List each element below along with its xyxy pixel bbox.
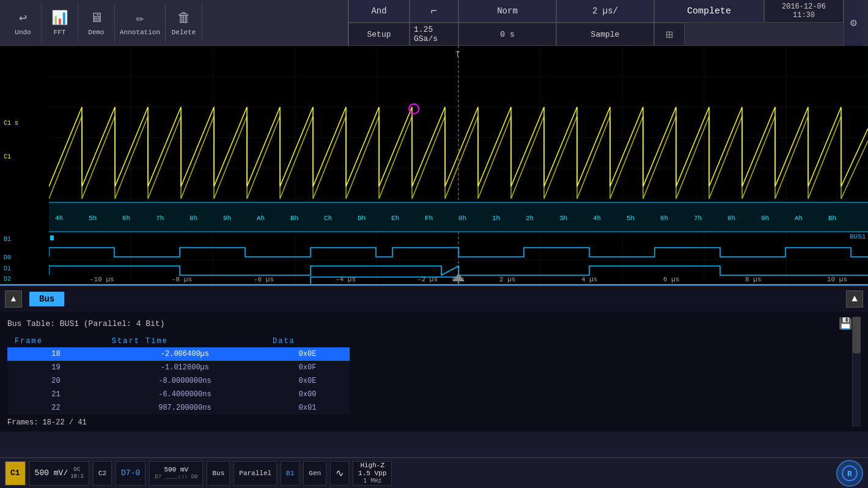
b1-label: B1	[1, 235, 13, 243]
undo-button[interactable]: ↩ Undo	[5, 3, 42, 43]
cell-frame: 21	[7, 388, 105, 401]
bus-panel: ▲ Bus ▲	[0, 284, 868, 312]
svg-text:Dh: Dh	[358, 215, 366, 222]
svg-text:8h: 8h	[727, 215, 735, 222]
d0-wave	[49, 248, 868, 257]
svg-text:2 µs: 2 µs	[499, 276, 515, 283]
cell-start-time: -6.4000000ns	[105, 388, 265, 401]
bus-label[interactable]: Bus	[29, 292, 64, 306]
gen-wave-segment[interactable]: ∿	[330, 461, 349, 486]
gen-wave-icon: ∿	[336, 467, 344, 479]
bus-nav-up[interactable]: ▲	[5, 290, 22, 308]
table-row[interactable]: 21 -6.4000000ns 0x00	[7, 388, 350, 401]
table-row[interactable]: 22 987.200000ns 0x01	[7, 401, 350, 415]
svg-text:-6 µs: -6 µs	[254, 276, 274, 283]
gen-mode-segment[interactable]: High-Z 1.5 Vpp 1 MHz	[353, 461, 392, 486]
fft-button[interactable]: 📊 FFT	[42, 3, 78, 43]
c2-segment[interactable]: C2	[93, 461, 112, 486]
cell-frame: 19	[7, 361, 105, 374]
undo-label: Undo	[15, 29, 31, 36]
cell-data: 0x0F	[265, 361, 350, 374]
svg-text:8h: 8h	[189, 215, 197, 222]
d7-sub: D7 ____↕↕↕ D0	[155, 474, 197, 480]
table-row[interactable]: 20 -8.0000000ns 0x0E	[7, 374, 350, 388]
demo-button[interactable]: 🖥 Demo	[78, 3, 115, 43]
cell-frame: 20	[7, 374, 105, 388]
d1-label: D1	[1, 265, 13, 273]
gen-label: Gen	[309, 470, 321, 477]
demo-icon: 🖥	[90, 10, 103, 26]
cell-data: 0x0E	[265, 374, 350, 388]
annotation-button[interactable]: ✏ Annotation	[115, 3, 166, 43]
bus-table-area: Bus Table: BUS1 (Parallel: 4 Bit) 💾 Fram…	[7, 317, 852, 427]
bus-table-title: Bus Table: BUS1 (Parallel: 4 Bit) 💾	[7, 317, 852, 330]
d2-label: D2	[1, 275, 13, 283]
svg-text:9h: 9h	[761, 215, 769, 222]
trigger-setup[interactable]: Setup	[348, 23, 410, 46]
svg-text:7h: 7h	[694, 215, 702, 222]
logo-svg: R	[841, 465, 858, 482]
parallel-segment[interactable]: Parallel	[234, 461, 277, 486]
trigger-mode[interactable]: Norm	[458, 0, 556, 23]
table-row[interactable]: 18 -2.006400µs 0x0E	[7, 347, 350, 361]
cell-frame: 22	[7, 401, 105, 415]
svg-text:-2 µs: -2 µs	[417, 276, 438, 283]
svg-text:4h: 4h	[55, 215, 63, 222]
undo-icon: ↩	[19, 10, 27, 26]
date-value: 2016-12-06	[782, 2, 826, 11]
fft-label: FFT	[54, 29, 66, 36]
svg-text:1h: 1h	[492, 215, 500, 222]
svg-text:-10 µs: -10 µs	[90, 276, 114, 283]
delete-label: Delete	[172, 29, 196, 36]
gen-segment[interactable]: Gen	[303, 461, 326, 486]
c1-segment[interactable]: C1	[5, 461, 26, 486]
time-value: 11:30	[793, 11, 815, 20]
svg-text:6 µs: 6 µs	[663, 276, 679, 283]
sample-label: Sample	[556, 23, 654, 46]
delete-button[interactable]: 🗑 Delete	[166, 3, 202, 43]
bus-status-label: Bus	[212, 470, 224, 477]
c1-value: 500 mV/	[35, 468, 68, 478]
c1-label: C1	[1, 153, 13, 161]
network-icon[interactable]: ⊞	[654, 23, 685, 46]
cell-start-time: -1.012800µs	[105, 361, 265, 374]
time-div[interactable]: 2 µs/	[556, 0, 654, 23]
sample-rate: 1.25 GSa/s	[410, 23, 458, 46]
time-axis-labels: -10 µs -8 µs -6 µs -4 µs -2 µs 0 s 2 µs …	[90, 276, 847, 283]
c1s-label: C1 s	[1, 119, 21, 127]
table-row[interactable]: 19 -1.012800µs 0x0F	[7, 361, 350, 374]
svg-text:2h: 2h	[526, 215, 534, 222]
svg-text:Bh: Bh	[828, 215, 836, 222]
svg-text:8 µs: 8 µs	[745, 276, 761, 283]
svg-text:Eh: Eh	[391, 215, 399, 222]
d7-value-segment: 500 mV D7 ____↕↕↕ D0	[149, 461, 203, 486]
parallel-type: Parallel	[239, 470, 271, 477]
settings-icon[interactable]: ⚙	[844, 0, 863, 46]
table-header: Frame Start Time Data	[7, 335, 350, 347]
scrollbar-thumb[interactable]	[853, 317, 861, 353]
cell-start-time: 987.200000ns	[105, 401, 265, 415]
bus-status-segment[interactable]: Bus	[207, 461, 230, 486]
b1-marker	[50, 235, 54, 240]
header-data: Data	[265, 335, 350, 347]
logo-badge[interactable]: R	[836, 460, 863, 487]
trigger-type[interactable]: And	[348, 0, 410, 23]
time-offset: 0 s	[458, 23, 556, 46]
b1-segment[interactable]: B1	[281, 461, 300, 486]
trigger-cursor[interactable]	[409, 104, 419, 114]
c1-dc-badge: DC 10:1	[70, 467, 84, 480]
cell-frame: 18	[7, 347, 105, 361]
c1-dc-label: DC	[74, 467, 81, 473]
save-icon[interactable]: 💾	[839, 317, 852, 330]
bus-scroll-right[interactable]: ▲	[846, 290, 863, 308]
bus-table-body: 18 -2.006400µs 0x0E 19 -1.012800µs 0x0F …	[7, 347, 350, 415]
svg-text:4 µs: 4 µs	[581, 276, 597, 283]
c1-value-segment[interactable]: 500 mV/ DC 10:1	[29, 461, 89, 486]
annotation-label: Annotation	[120, 29, 160, 36]
bus-table-container: Bus Table: BUS1 (Parallel: 4 Bit) 💾 Fram…	[0, 312, 868, 432]
d7-segment[interactable]: D7-0	[116, 461, 145, 486]
table-scrollbar[interactable]	[852, 317, 861, 427]
d7-voltage: 500 mV	[164, 466, 189, 473]
annotation-icon: ✏	[136, 10, 144, 26]
svg-text:6h: 6h	[660, 215, 668, 222]
